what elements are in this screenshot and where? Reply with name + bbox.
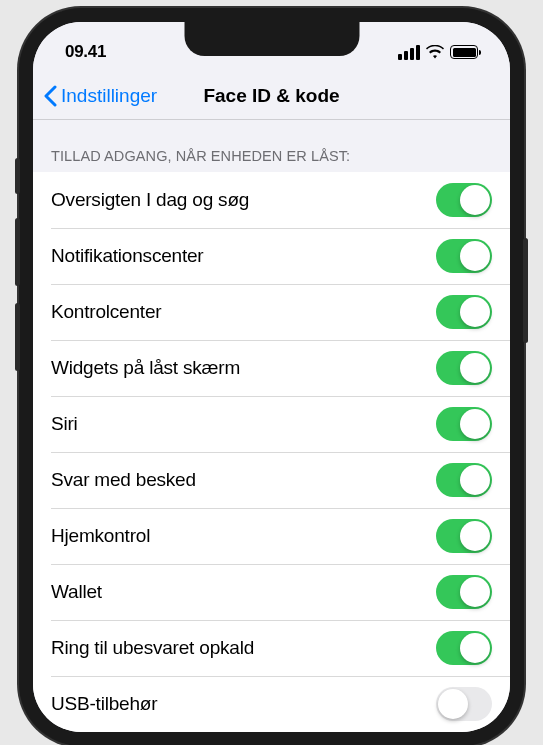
row-label: Hjemkontrol [51, 525, 150, 547]
row-label: Svar med besked [51, 469, 196, 491]
row-label: Siri [51, 413, 78, 435]
chevron-left-icon [43, 85, 57, 107]
side-button [15, 218, 20, 286]
row-label: Notifikationscenter [51, 245, 204, 267]
row-label: Wallet [51, 581, 102, 603]
toggle-knob [438, 689, 468, 719]
list-item: Ring til ubesvaret opkald [33, 620, 510, 676]
status-time: 09.41 [65, 42, 106, 62]
list-item: Widgets på låst skærm [33, 340, 510, 396]
row-label: Ring til ubesvaret opkald [51, 637, 254, 659]
list-item: Wallet [33, 564, 510, 620]
cellular-signal-icon [398, 45, 420, 60]
list-item: Hjemkontrol [33, 508, 510, 564]
toggle-knob [460, 297, 490, 327]
toggle-switch[interactable] [436, 575, 492, 609]
row-label: Kontrolcenter [51, 301, 161, 323]
back-label: Indstillinger [61, 85, 157, 107]
toggle-switch[interactable] [436, 463, 492, 497]
row-label: Oversigten I dag og søg [51, 189, 249, 211]
toggle-knob [460, 521, 490, 551]
toggle-switch[interactable] [436, 351, 492, 385]
list-item: Kontrolcenter [33, 284, 510, 340]
content-scroll[interactable]: TILLAD ADGANG, NÅR ENHEDEN ER LÅST: Over… [33, 120, 510, 732]
battery-icon [450, 45, 478, 59]
side-button [15, 303, 20, 371]
toggle-knob [460, 633, 490, 663]
list-item: USB-tilbehør [33, 676, 510, 732]
toggle-knob [460, 353, 490, 383]
toggle-switch[interactable] [436, 183, 492, 217]
toggle-switch[interactable] [436, 239, 492, 273]
list-item: Oversigten I dag og søg [33, 172, 510, 228]
wifi-icon [426, 45, 444, 59]
back-button[interactable]: Indstillinger [33, 85, 157, 107]
toggle-switch[interactable] [436, 631, 492, 665]
list-item: Siri [33, 396, 510, 452]
toggle-switch[interactable] [436, 687, 492, 721]
side-button [15, 158, 20, 194]
toggle-knob [460, 409, 490, 439]
notch [184, 22, 359, 56]
status-indicators [398, 45, 478, 60]
toggle-knob [460, 185, 490, 215]
phone-frame: 09.41 Indstillinger Face ID & k [19, 8, 524, 745]
side-button [523, 238, 528, 343]
screen: 09.41 Indstillinger Face ID & k [33, 22, 510, 732]
section-header: TILLAD ADGANG, NÅR ENHEDEN ER LÅST: [33, 120, 510, 172]
page-title: Face ID & kode [203, 85, 339, 107]
list-item: Svar med besked [33, 452, 510, 508]
nav-bar: Indstillinger Face ID & kode [33, 72, 510, 120]
toggle-knob [460, 241, 490, 271]
toggle-switch[interactable] [436, 519, 492, 553]
settings-list: Oversigten I dag og søgNotifikationscent… [33, 172, 510, 732]
toggle-switch[interactable] [436, 295, 492, 329]
list-item: Notifikationscenter [33, 228, 510, 284]
row-label: USB-tilbehør [51, 693, 157, 715]
row-label: Widgets på låst skærm [51, 357, 240, 379]
toggle-knob [460, 577, 490, 607]
toggle-switch[interactable] [436, 407, 492, 441]
toggle-knob [460, 465, 490, 495]
